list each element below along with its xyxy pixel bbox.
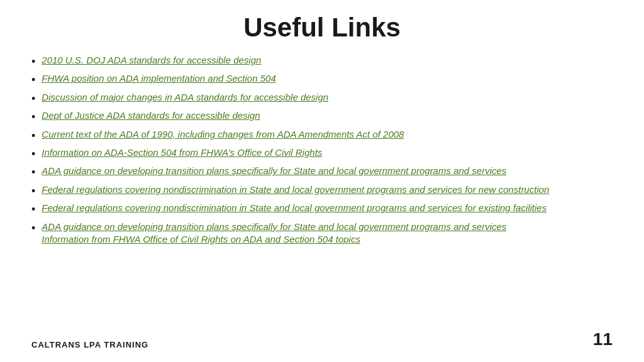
footer-page-number: 11	[593, 329, 613, 349]
bullet-icon: •	[31, 184, 35, 199]
bullet-icon: •	[31, 110, 35, 124]
footer-brand: CALTRANS LPA TRAINING	[31, 340, 148, 349]
bullet-icon: •	[31, 221, 35, 236]
link-item-10[interactable]: ADA guidance on developing transition pl…	[42, 221, 506, 246]
list-item: •Dept of Justice ADA standards for acces…	[31, 109, 613, 124]
link-item-9[interactable]: Federal regulations covering nondiscrimi…	[42, 202, 547, 214]
list-item: •Federal regulations covering nondiscrim…	[31, 202, 613, 217]
link-item-2[interactable]: FHWA position on ADA implementation and …	[42, 72, 275, 85]
list-item: •Federal regulations covering nondiscrim…	[31, 184, 613, 199]
link-item-3[interactable]: Discussion of major changes in ADA stand…	[42, 91, 328, 104]
bullet-icon: •	[31, 92, 35, 106]
bullet-icon: •	[31, 129, 35, 143]
link-item-4[interactable]: Dept of Justice ADA standards for access…	[42, 109, 260, 122]
list-item: •Current text of the ADA of 1990, includ…	[31, 128, 613, 143]
page-container: Useful Links •2010 U.S. DOJ ADA standard…	[0, 0, 644, 362]
list-item: •ADA guidance on developing transition p…	[31, 165, 613, 180]
bullet-icon: •	[31, 55, 35, 69]
link-item-7[interactable]: ADA guidance on developing transition pl…	[42, 165, 506, 177]
list-item: •Discussion of major changes in ADA stan…	[31, 91, 613, 106]
bullet-icon: •	[31, 165, 35, 180]
link-item-6[interactable]: Information on ADA-Section 504 from FHWA…	[42, 146, 322, 159]
footer: CALTRANS LPA TRAINING 11	[31, 324, 613, 349]
link-item-5[interactable]: Current text of the ADA of 1990, includi…	[42, 128, 404, 141]
list-item: •Information on ADA-Section 504 from FHW…	[31, 146, 613, 162]
link-item-8[interactable]: Federal regulations covering nondiscrimi…	[42, 184, 549, 196]
bullet-icon: •	[31, 202, 35, 217]
list-item: •2010 U.S. DOJ ADA standards for accessi…	[31, 54, 613, 69]
link-item-1[interactable]: 2010 U.S. DOJ ADA standards for accessib…	[42, 54, 261, 67]
bullet-icon: •	[31, 73, 35, 87]
bullet-icon: •	[31, 147, 35, 162]
list-item: •ADA guidance on developing transition p…	[31, 221, 613, 246]
links-list: •2010 U.S. DOJ ADA standards for accessi…	[31, 54, 613, 324]
page-title: Useful Links	[31, 13, 613, 43]
list-item: •FHWA position on ADA implementation and…	[31, 72, 613, 87]
